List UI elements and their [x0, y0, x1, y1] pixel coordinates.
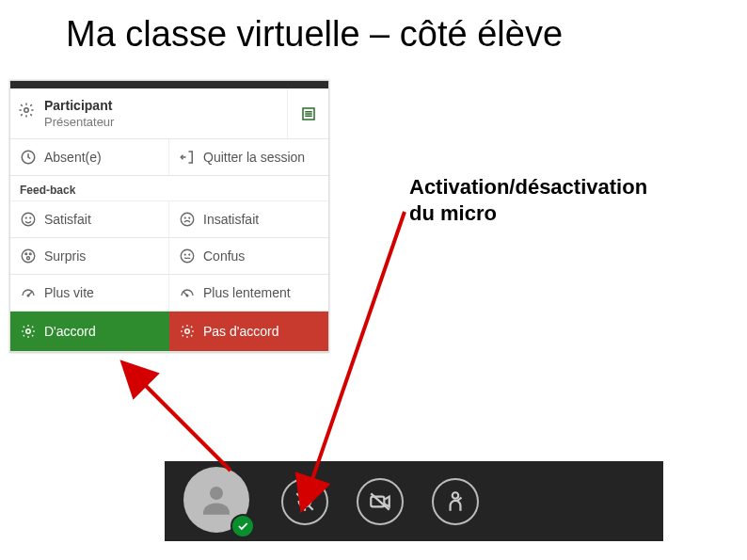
feedback-label: Pas d'accord — [203, 324, 279, 339]
exit-icon — [179, 149, 196, 166]
feedback-label: Plus lentement — [203, 285, 291, 300]
svg-point-9 — [181, 213, 194, 226]
presenter-label: Présentateur — [44, 115, 114, 129]
svg-point-12 — [22, 249, 35, 263]
annotation-text: Activation/désactivation du micro — [409, 174, 647, 226]
leave-label: Quitter la session — [203, 150, 305, 165]
feedback-label: Insatisfait — [203, 212, 259, 227]
svg-point-10 — [184, 217, 185, 218]
status-ok-icon — [230, 514, 255, 538]
participant-block[interactable]: Participant Présentateur — [10, 88, 287, 138]
annotation-line1: Activation/désactivation — [409, 175, 647, 199]
svg-point-13 — [25, 253, 27, 255]
svg-point-18 — [189, 254, 190, 255]
svg-point-8 — [30, 217, 31, 218]
leave-button[interactable]: Quitter la session — [169, 139, 328, 175]
feedback-agree[interactable]: D'accord — [10, 312, 169, 351]
user-avatar-button[interactable] — [183, 467, 253, 536]
svg-point-14 — [29, 253, 31, 255]
svg-point-19 — [27, 295, 29, 296]
svg-point-22 — [185, 329, 190, 334]
list-icon — [300, 105, 317, 122]
mic-toggle-button[interactable] — [281, 478, 328, 525]
confused-icon — [179, 248, 196, 264]
participant-row: Participant Présentateur — [10, 88, 328, 139]
participant-panel: Participant Présentateur Absent(e) Quitt… — [9, 80, 329, 353]
svg-point-11 — [189, 217, 190, 218]
svg-point-15 — [27, 257, 30, 260]
smile-icon — [20, 211, 37, 228]
gear-check-icon — [20, 323, 37, 340]
frown-icon — [179, 211, 196, 228]
surprised-icon — [20, 248, 37, 264]
svg-point-23 — [210, 487, 223, 500]
camera-toggle-button[interactable] — [357, 478, 404, 525]
svg-point-7 — [25, 217, 26, 218]
feedback-label: Plus vite — [44, 285, 94, 300]
feedback-label: D'accord — [44, 324, 96, 339]
participant-label: Participant — [44, 98, 112, 113]
svg-point-28 — [453, 492, 459, 499]
speed-fast-icon — [20, 284, 37, 301]
gear-x-icon — [179, 323, 196, 340]
svg-point-21 — [26, 329, 31, 334]
clock-icon — [20, 149, 37, 166]
svg-point-6 — [22, 213, 35, 226]
page-title: Ma classe virtuelle – côté élève — [0, 0, 747, 64]
annotation-line2: du micro — [409, 201, 497, 225]
gear-icon — [18, 102, 35, 119]
speed-slow-icon — [179, 284, 196, 301]
mic-off-icon — [293, 489, 317, 514]
feedback-slower[interactable]: Plus lentement — [169, 275, 328, 311]
feedback-label: Satisfait — [44, 212, 91, 227]
svg-line-30 — [141, 381, 230, 471]
feedback-confused[interactable]: Confus — [169, 238, 328, 274]
feedback-label: Surpris — [44, 248, 86, 264]
feedback-surprised[interactable]: Surpris — [10, 238, 169, 274]
svg-point-20 — [186, 295, 188, 296]
hand-icon — [443, 489, 468, 514]
camera-off-icon — [368, 489, 392, 514]
absent-label: Absent(e) — [44, 150, 102, 165]
feedback-unsatisfied[interactable]: Insatisfait — [169, 201, 328, 237]
feedback-label: Confus — [203, 248, 245, 264]
feedback-satisfied[interactable]: Satisfait — [10, 201, 169, 237]
feedback-header: Feed-back — [10, 176, 328, 201]
raise-hand-button[interactable] — [432, 478, 479, 525]
media-toolbar — [165, 461, 663, 541]
svg-point-16 — [181, 249, 194, 263]
svg-point-17 — [184, 254, 185, 255]
status-row: Absent(e) Quitter la session — [10, 139, 328, 176]
absent-button[interactable]: Absent(e) — [10, 139, 169, 175]
svg-point-0 — [24, 108, 29, 113]
feedback-disagree[interactable]: Pas d'accord — [169, 312, 328, 351]
participant-list-button[interactable] — [287, 88, 328, 138]
panel-top-bar — [10, 81, 328, 88]
feedback-faster[interactable]: Plus vite — [10, 275, 169, 311]
